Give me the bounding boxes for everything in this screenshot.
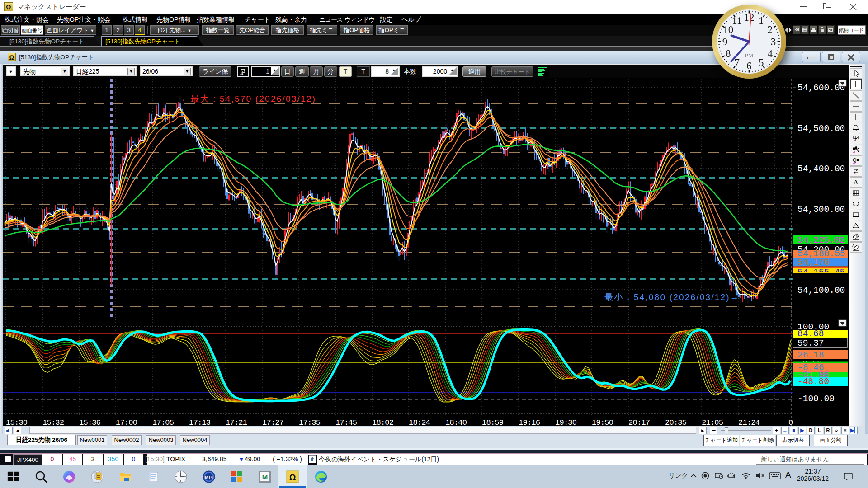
svg-text:18:59: 18:59 bbox=[482, 418, 504, 426]
svg-text:12: 12 bbox=[744, 12, 755, 23]
svg-text:59.37: 59.37 bbox=[797, 338, 824, 348]
svg-text:8: 8 bbox=[726, 48, 731, 59]
svg-text:11: 11 bbox=[732, 15, 742, 26]
svg-text:17:21: 17:21 bbox=[226, 418, 247, 426]
svg-text:6: 6 bbox=[746, 60, 752, 71]
svg-text:84.68: 84.68 bbox=[797, 329, 824, 339]
svg-text:18:40: 18:40 bbox=[445, 418, 467, 426]
svg-text:18:24: 18:24 bbox=[409, 418, 430, 426]
svg-text:20:35: 20:35 bbox=[665, 418, 687, 426]
svg-text:5: 5 bbox=[759, 57, 764, 68]
svg-text:Ω: Ω bbox=[289, 473, 296, 482]
svg-text:17:35: 17:35 bbox=[299, 418, 321, 426]
svg-text:54,500.00: 54,500.00 bbox=[797, 124, 845, 134]
svg-text:0: 0 bbox=[788, 418, 793, 426]
svg-text:最小 : 54,080 (2026/03/12)→: 最小 : 54,080 (2026/03/12)→ bbox=[604, 292, 740, 302]
svg-text:17:27: 17:27 bbox=[262, 418, 284, 426]
svg-text:17:13: 17:13 bbox=[189, 418, 211, 426]
svg-text:4: 4 bbox=[768, 48, 773, 59]
svg-text:15:36: 15:36 bbox=[79, 418, 101, 426]
svg-text:PM: PM bbox=[745, 52, 754, 59]
svg-text:18:02: 18:02 bbox=[372, 418, 394, 426]
svg-text:1: 1 bbox=[759, 15, 764, 26]
svg-text:15:32: 15:32 bbox=[42, 418, 64, 426]
svg-text:21:05: 21:05 bbox=[702, 418, 723, 426]
svg-text:15:30: 15:30 bbox=[6, 418, 28, 426]
svg-text:54,100.00: 54,100.00 bbox=[797, 286, 845, 296]
svg-text:9: 9 bbox=[722, 36, 728, 47]
svg-text:19:30: 19:30 bbox=[555, 418, 577, 426]
svg-text:17:00: 17:00 bbox=[116, 418, 137, 426]
svg-text:17:45: 17:45 bbox=[335, 418, 357, 426]
svg-text:17:05: 17:05 bbox=[152, 418, 174, 426]
svg-text:19:50: 19:50 bbox=[592, 418, 613, 426]
svg-text:54,225.02: 54,225.02 bbox=[797, 235, 845, 245]
svg-text:Q=: Q= bbox=[853, 157, 859, 163]
svg-text:MT4: MT4 bbox=[205, 475, 213, 479]
svg-text:-100.00: -100.00 bbox=[797, 394, 835, 404]
svg-text:54,170: 54,170 bbox=[797, 258, 829, 267]
svg-text:26.18: 26.18 bbox=[797, 350, 824, 360]
svg-text:A: A bbox=[854, 179, 859, 186]
svg-text:3: 3 bbox=[771, 36, 776, 47]
svg-text:M: M bbox=[262, 473, 268, 481]
svg-text:-48.80: -48.80 bbox=[797, 377, 829, 387]
svg-text:19:16: 19:16 bbox=[519, 418, 540, 426]
svg-text:7: 7 bbox=[734, 57, 740, 68]
svg-text:20:17: 20:17 bbox=[628, 418, 650, 426]
svg-text:21:24: 21:24 bbox=[738, 418, 760, 426]
svg-text:2: 2 bbox=[768, 24, 773, 35]
svg-text:54,400.00: 54,400.00 bbox=[797, 164, 845, 174]
svg-text:A: A bbox=[852, 244, 855, 248]
svg-text:54,300.00: 54,300.00 bbox=[797, 205, 845, 215]
svg-text:←最大 : 54,570 (2026/03/12): ←最大 : 54,570 (2026/03/12) bbox=[181, 94, 316, 103]
svg-text:54,600.00: 54,600.00 bbox=[797, 83, 845, 93]
